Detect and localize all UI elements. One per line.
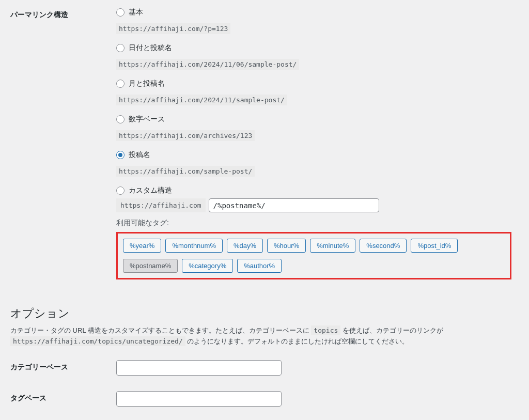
custom-structure-input[interactable] (209, 198, 379, 212)
radio-month-name-label[interactable]: 月と投稿名 (129, 79, 165, 88)
radio-post-name[interactable] (116, 151, 125, 159)
radio-date-name[interactable] (116, 44, 125, 52)
tag-base-label: タグベース (0, 383, 111, 414)
inline-code-topics: topics (311, 325, 340, 335)
radio-post-name-label[interactable]: 投稿名 (129, 150, 150, 160)
tag-day[interactable]: %day% (227, 239, 263, 253)
tag-second[interactable]: %second% (360, 239, 407, 253)
radio-plain[interactable] (116, 8, 125, 17)
example-post-name: https://affihaji.com/sample-post/ (116, 166, 255, 177)
custom-prefix: https://affihaji.com (116, 198, 206, 212)
permalink-structure-heading: パーマリンク構造 (0, 0, 111, 291)
tag-monthnum[interactable]: %monthnum% (165, 239, 223, 253)
radio-date-name-label[interactable]: 日付と投稿名 (129, 43, 172, 53)
example-numeric: https://affihaji.com/archives/123 (116, 130, 255, 141)
radio-month-name[interactable] (116, 80, 125, 88)
radio-numeric-label[interactable]: 数字ベース (129, 115, 165, 124)
tag-category[interactable]: %category% (182, 259, 233, 273)
radio-custom-label[interactable]: カスタム構造 (129, 186, 172, 195)
example-date-name: https://affihaji.com/2024/11/06/sample-p… (116, 59, 299, 70)
tag-author[interactable]: %author% (237, 259, 282, 273)
tag-year[interactable]: %year% (123, 239, 161, 253)
inline-code-example-url: https://affihaji.com/topics/uncategorize… (10, 336, 185, 346)
example-plain: https://affihaji.com/?p=123 (116, 23, 230, 34)
radio-plain-label[interactable]: 基本 (129, 8, 143, 17)
category-base-input[interactable] (116, 360, 282, 376)
tag-minute[interactable]: %minute% (310, 239, 355, 253)
optional-description: カテゴリー・タグの URL 構造をカスタマイズすることもできます。たとえば、カテ… (10, 325, 519, 347)
category-base-label: カテゴリーベース (0, 352, 111, 383)
radio-custom[interactable] (116, 186, 125, 195)
tag-post-id[interactable]: %post_id% (411, 239, 458, 253)
available-tags-box: %year% %monthnum% %day% %hour% %minute% … (116, 232, 511, 279)
available-tags-label: 利用可能なタグ: (116, 219, 524, 228)
radio-numeric[interactable] (116, 115, 125, 123)
tag-hour[interactable]: %hour% (267, 239, 306, 253)
tag-base-input[interactable] (116, 391, 282, 407)
example-month-name: https://affihaji.com/2024/11/sample-post… (116, 95, 287, 105)
optional-heading: オプション (10, 306, 529, 321)
tag-postname[interactable]: %postname% (123, 259, 178, 273)
